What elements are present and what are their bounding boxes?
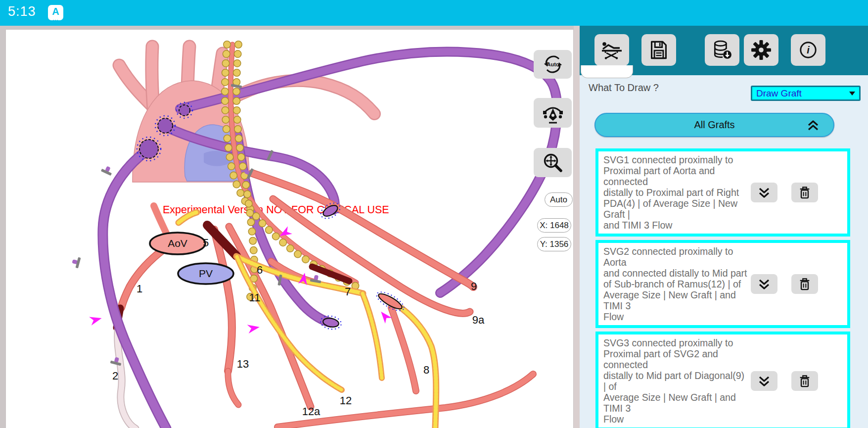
save-button[interactable] bbox=[641, 34, 676, 66]
vessel-number-label: 5 bbox=[203, 237, 209, 249]
info-icon: i bbox=[798, 40, 819, 60]
vessel-number-label: 9 bbox=[471, 280, 477, 292]
dropdown-caret-icon bbox=[849, 92, 855, 95]
collapsed-card-notch bbox=[581, 65, 633, 78]
x-coordinate-badge: X: 1648 bbox=[537, 218, 571, 233]
graft-card: SVG3 connected proximally to Proximal pa… bbox=[595, 332, 850, 428]
app-screen: 5:13 A ... Experimental Version NOT FOR … bbox=[0, 0, 868, 428]
auto-rotate-icon: Auto bbox=[542, 53, 564, 75]
graft-expand-button[interactable] bbox=[751, 183, 777, 202]
svg-text:i: i bbox=[807, 45, 810, 55]
vessel-number-label: 1 bbox=[137, 283, 142, 295]
all-grafts-header[interactable]: All Grafts bbox=[594, 113, 834, 137]
trash-icon bbox=[798, 186, 811, 199]
graft-description: SVG2 connected proximally to Aorta and c… bbox=[598, 243, 753, 325]
svg-text:Auto: Auto bbox=[547, 61, 559, 67]
aov-label: AoV bbox=[168, 238, 187, 249]
auto-rotate-button[interactable]: Auto bbox=[534, 50, 572, 79]
graft-description: SVG3 connected proximally to Proximal pa… bbox=[598, 334, 753, 428]
patient-bed-icon bbox=[601, 41, 623, 59]
clock: 5:13 bbox=[8, 4, 36, 19]
graft-expand-button[interactable] bbox=[751, 371, 777, 391]
draw-mode-dropdown[interactable]: Draw Graft bbox=[751, 86, 861, 101]
graft-list: SVG1 connected proximally to Proximal pa… bbox=[595, 148, 850, 428]
what-to-draw-label: What To Draw ? bbox=[589, 82, 659, 94]
draw-mode-value: Draw Graft bbox=[756, 88, 849, 99]
graft-delete-button[interactable] bbox=[791, 274, 818, 294]
gear-icon bbox=[751, 40, 772, 60]
save-icon bbox=[649, 40, 669, 60]
database-download-icon bbox=[712, 40, 732, 60]
pan-zoom-icon bbox=[542, 152, 564, 174]
control-panel: i What To Draw ? Draw Graft All Grafts S… bbox=[580, 26, 868, 428]
vessel-number-label: 8 bbox=[423, 364, 429, 376]
bezier-pen-icon bbox=[542, 101, 564, 124]
pv-label: PV bbox=[199, 268, 213, 279]
collapse-double-chevron-icon bbox=[807, 120, 820, 131]
all-grafts-label: All Grafts bbox=[694, 119, 734, 131]
vessel-number-label: 12a bbox=[302, 405, 320, 418]
graft-delete-button[interactable] bbox=[791, 183, 818, 202]
vessel-number-label: 9a bbox=[472, 314, 485, 326]
settings-button[interactable] bbox=[744, 34, 778, 66]
drawing-canvas[interactable]: Experimental Version NOT FOR CLINICAL US… bbox=[5, 29, 574, 428]
auto-coord-badge[interactable]: Auto bbox=[545, 192, 573, 207]
expand-double-chevron-icon bbox=[758, 376, 771, 386]
expand-double-chevron-icon bbox=[758, 187, 771, 198]
panel-divider bbox=[574, 26, 580, 428]
aortic-valve-badge[interactable]: AoV bbox=[150, 233, 205, 254]
notification-app-icon: A ... bbox=[48, 5, 63, 20]
patient-button[interactable] bbox=[594, 34, 629, 66]
status-bar: 5:13 A ... bbox=[0, 0, 868, 26]
trash-icon bbox=[798, 277, 811, 291]
pulmonary-valve-badge[interactable]: PV bbox=[178, 263, 233, 284]
pan-zoom-button[interactable] bbox=[534, 148, 572, 177]
app-icon-dots: ... bbox=[48, 17, 63, 20]
heart-illustration: Experimental Version NOT FOR CLINICAL US… bbox=[6, 30, 574, 428]
graft-delete-button[interactable] bbox=[791, 371, 818, 391]
y-coordinate-badge: Y: 1356 bbox=[537, 237, 571, 251]
graft-card: SVG2 connected proximally to Aorta and c… bbox=[595, 240, 850, 328]
vessel-number-label: 11 bbox=[249, 291, 261, 304]
graft-expand-button[interactable] bbox=[751, 274, 777, 294]
vessel-number-label: 2 bbox=[112, 370, 118, 382]
vessel-number-label: 7 bbox=[345, 285, 351, 298]
bezier-pen-button[interactable] bbox=[534, 98, 572, 128]
vessel-number-label: 6 bbox=[257, 264, 263, 276]
database-download-button[interactable] bbox=[705, 34, 739, 66]
graft-card: SVG1 connected proximally to Proximal pa… bbox=[595, 148, 850, 237]
info-button[interactable]: i bbox=[791, 34, 825, 66]
graft-description: SVG1 connected proximally to Proximal pa… bbox=[598, 151, 753, 234]
trash-icon bbox=[798, 374, 811, 388]
expand-double-chevron-icon bbox=[758, 279, 771, 289]
vessel-number-label: 13 bbox=[237, 358, 249, 370]
vessel-number-label: 12 bbox=[340, 394, 352, 407]
